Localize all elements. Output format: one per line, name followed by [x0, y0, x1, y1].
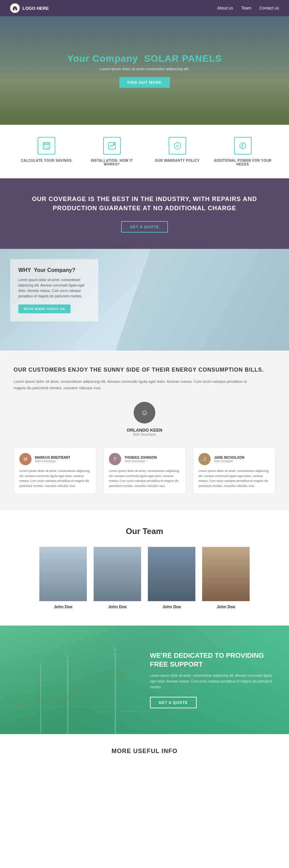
logo-icon [10, 3, 20, 13]
tc-header-2: J JANE NICHOLSON Web Designer [198, 453, 270, 465]
nav-contact[interactable]: Contact us [259, 6, 279, 11]
testimonial-card-1: T THOMAS JOHNSON Web Developer Lorem ips… [103, 447, 186, 494]
hero-title-suffix: SOLAR PANELS [144, 53, 222, 64]
why-panel: WHY Your Company? Lorem ipsum dolor sit … [10, 259, 98, 321]
team-grid: John Doe John Doe John Doe John Doe [14, 547, 275, 609]
team-photo-0 [39, 547, 87, 601]
feature-calculate: CALCULATE YOUR SAVINGS [14, 137, 79, 162]
svg-rect-1 [44, 143, 46, 145]
hero-title-prefix: Your Company [67, 53, 138, 64]
tc-name-2: JANE NICHOLSON [214, 456, 244, 459]
tc-name-0: MARKUS BREITBART [35, 456, 70, 459]
tc-text-0: Lorem ipsum dolor sit amet, consectetuer… [19, 469, 91, 488]
team-member-1: John Doe [94, 547, 141, 609]
feature-calculate-label: CALCULATE YOUR SAVINGS [17, 159, 76, 162]
team-name-3: John Doe [202, 605, 250, 609]
svg-text:10: 10 [6, 678, 9, 682]
team-section: Our Team John Doe John Doe John Doe John… [0, 510, 289, 626]
support-content: WE'RE DEDICATED TO PROVIDING FREE SUPPOR… [144, 640, 289, 719]
support-title: WE'RE DEDICATED TO PROVIDING FREE SUPPOR… [150, 651, 278, 669]
tc-role-1: Web Developer [124, 459, 157, 463]
coverage-cta-button[interactable]: GET A QUOTE [121, 221, 168, 233]
more-info-section: MORE USEFUL INFO [0, 734, 289, 768]
why-section: WHY Your Company? Lorem ipsum dolor sit … [0, 249, 289, 351]
customers-headline: OUR CUSTOMERS ENJOY THE SUNNY SIDE OF TH… [14, 367, 275, 373]
coverage-title: OUR COVERAGE IS THE BEST IN THE INDUSTRY… [27, 195, 262, 213]
svg-marker-24 [41, 655, 45, 666]
feature-installation-label: INSTALLATION: HOW IT WORKS? [82, 159, 141, 166]
svg-text:0: 0 [7, 706, 8, 709]
hero-section: Your Company SOLAR PANELS Lorem ipsum do… [0, 16, 289, 125]
hero-title: Your Company SOLAR PANELS [67, 53, 222, 64]
coverage-section: OUR COVERAGE IS THE BEST IN THE INDUSTRY… [0, 178, 289, 249]
main-testimonial-name: ORLANDO KEEN [14, 428, 275, 433]
nav-links: About us Team Contact us [217, 6, 279, 11]
chart-icon [103, 137, 121, 155]
feature-warranty: OUR WARRANTY POLICY [144, 137, 210, 162]
why-title-prefix: WHY [18, 267, 31, 273]
team-member-2: John Doe [148, 547, 195, 609]
navbar: LOGO HERE About us Team Contact us [0, 0, 289, 16]
hero-cta-button[interactable]: FIND OUT MORE [119, 77, 170, 88]
support-text: Lorem ipsum dolor sit amet, consectetuer… [150, 673, 278, 690]
team-photo-3 [202, 547, 250, 601]
tc-header-1: T THOMAS JOHNSON Web Developer [109, 453, 180, 465]
team-photo-1 [94, 547, 141, 601]
house-icon [12, 5, 18, 11]
svg-text:5: 5 [7, 692, 8, 695]
tc-text-1: Lorem ipsum dolor sit amet, consectetuer… [109, 469, 180, 488]
svg-marker-16 [68, 646, 73, 659]
svg-marker-17 [59, 659, 68, 666]
logo: LOGO HERE [10, 3, 49, 13]
tc-text-2: Lorem ipsum dolor sit amet, consectetuer… [198, 469, 270, 488]
features-section: CALCULATE YOUR SAVINGS INSTALLATION: HOW… [0, 125, 289, 178]
hero-subtitle: Lorem ipsum dolor sit amet consectetur a… [67, 67, 222, 71]
calculator-icon [38, 137, 55, 155]
team-name-2: John Doe [148, 605, 195, 609]
svg-marker-19 [110, 639, 115, 653]
testimonials-grid: M MARKUS BREITBART Web Developer Lorem i… [14, 447, 275, 494]
main-testimonial: ☺ ORLANDO KEEN Web Developer [14, 402, 275, 436]
tc-role-0: Web Developer [35, 459, 70, 463]
tc-avatar-2: J [198, 453, 211, 465]
team-photo-2 [148, 547, 195, 601]
team-title: Our Team [14, 527, 275, 536]
shield-icon [169, 137, 186, 155]
testimonial-card-2: J JANE NICHOLSON Web Designer Lorem ipsu… [193, 447, 275, 494]
why-title: WHY Your Company? [18, 267, 90, 273]
why-cta-button[interactable]: READ MORE ABOUT US [18, 304, 71, 313]
svg-marker-23 [37, 655, 41, 666]
svg-marker-21 [107, 653, 115, 659]
team-member-0: John Doe [39, 547, 87, 609]
tc-name-1: THOMAS JOHNSON [124, 456, 157, 459]
more-info-title: MORE USEFUL INFO [14, 748, 275, 755]
tc-role-2: Web Designer [214, 459, 244, 463]
feature-warranty-label: OUR WARRANTY POLICY [148, 159, 207, 162]
testimonials-section: OUR CUSTOMERS ENJOY THE SUNNY SIDE OF TH… [0, 351, 289, 510]
bolt-icon [234, 137, 252, 155]
feature-power-label: ADDITIONAL POWER FOR YOUR NEEDS [213, 159, 272, 166]
nav-team[interactable]: Team [241, 6, 251, 11]
svg-rect-2 [47, 143, 49, 145]
support-cta-button[interactable]: GET A QUOTE [150, 697, 197, 708]
main-testimonial-avatar: ☺ [134, 402, 155, 423]
why-title-suffix: Your Company? [34, 267, 75, 273]
testimonial-card-0: M MARKUS BREITBART Web Developer Lorem i… [14, 447, 96, 494]
hero-content: Your Company SOLAR PANELS Lorem ipsum do… [67, 53, 222, 88]
tc-avatar-1: T [109, 453, 121, 465]
customers-intro: Lorem ipsum dolor sit amet, consectetuer… [14, 378, 251, 391]
feature-power: ADDITIONAL POWER FOR YOUR NEEDS [210, 137, 275, 166]
feature-installation: INSTALLATION: HOW IT WORKS? [79, 137, 144, 166]
logo-text: LOGO HERE [22, 6, 49, 11]
team-name-1: John Doe [94, 605, 141, 609]
team-member-3: John Doe [202, 547, 250, 609]
svg-marker-20 [115, 639, 120, 653]
svg-marker-15 [63, 646, 68, 659]
why-text: Lorem ipsum dolor sit amet, consectetuer… [18, 277, 90, 299]
nav-about[interactable]: About us [217, 6, 233, 11]
tc-avatar-0: M [19, 453, 32, 465]
main-avatar-initial: ☺ [141, 408, 148, 417]
team-name-0: John Doe [39, 605, 87, 609]
main-testimonial-role: Web Developer [14, 433, 275, 436]
svg-point-12 [113, 143, 115, 145]
